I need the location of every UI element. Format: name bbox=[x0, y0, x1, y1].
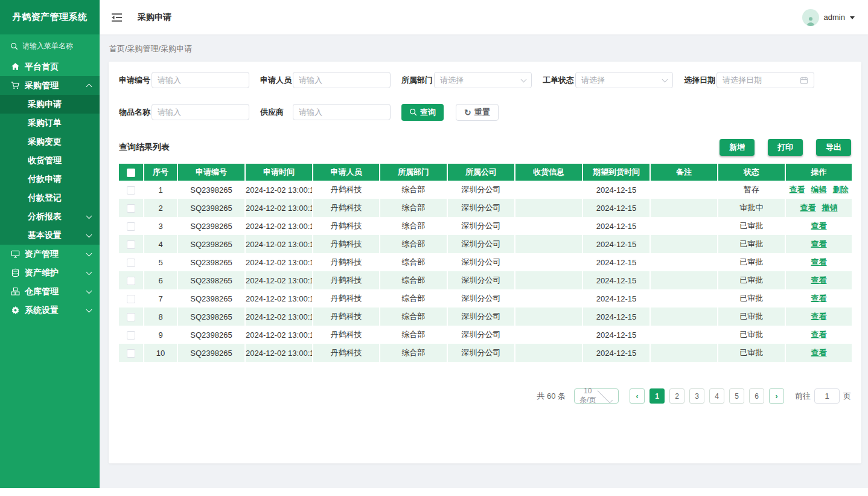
row-checkbox[interactable] bbox=[127, 204, 135, 213]
page-button-4[interactable]: 4 bbox=[709, 388, 724, 404]
page-button-2[interactable]: 2 bbox=[669, 388, 685, 404]
query-button[interactable]: 查询 bbox=[401, 104, 444, 121]
department-cell: 综合部 bbox=[380, 308, 447, 326]
filter-row-1: 申请编号申请人员所属部门请选择工单状态请选择选择日期请选择日期 bbox=[119, 72, 851, 88]
row-checkbox[interactable] bbox=[127, 349, 135, 358]
action-view-link[interactable]: 查看 bbox=[811, 294, 827, 303]
action-view-link[interactable]: 查看 bbox=[811, 348, 827, 357]
filter-input-applicant[interactable] bbox=[293, 72, 391, 88]
apply-time-cell: 2024-12-02 13:00:15 bbox=[245, 344, 313, 362]
sidebar-item-asset-maintenance[interactable]: 资产维护 bbox=[0, 263, 100, 282]
filter-input-apply-no[interactable] bbox=[152, 72, 249, 88]
sidebar-item-asset-management[interactable]: 资产管理 bbox=[0, 245, 100, 263]
sidebar-item-payment-register[interactable]: 付款登记 bbox=[0, 188, 100, 207]
sidebar-item-analysis-report[interactable]: 分析报表 bbox=[0, 207, 100, 226]
action-view-link[interactable]: 查看 bbox=[800, 203, 816, 212]
company-cell: 深圳分公司 bbox=[447, 217, 515, 235]
remark-cell bbox=[650, 289, 718, 308]
sidebar-item-receiving-management[interactable]: 收货管理 bbox=[0, 151, 100, 170]
remark-cell bbox=[650, 308, 718, 326]
receiving-info-cell bbox=[515, 271, 582, 289]
filter-input-supplier[interactable] bbox=[293, 104, 391, 120]
status-cell: 已审批 bbox=[718, 271, 785, 289]
company-cell: 深圳分公司 bbox=[447, 326, 515, 344]
collapse-sidebar-icon[interactable] bbox=[110, 12, 123, 23]
sidebar-search-placeholder: 请输入菜单名称 bbox=[22, 41, 73, 51]
page-button-1[interactable]: 1 bbox=[649, 388, 665, 404]
filter-input-item-name[interactable] bbox=[152, 104, 249, 120]
table-row: 6SQ23982652024-12-02 13:00:15丹鹤科技综合部深圳分公… bbox=[119, 271, 852, 289]
status-cell: 已审批 bbox=[718, 217, 785, 235]
row-checkbox[interactable] bbox=[127, 222, 135, 231]
column-header: 备注 bbox=[650, 164, 718, 181]
action-delete-link[interactable]: 删除 bbox=[833, 185, 849, 194]
add-button[interactable]: 新增 bbox=[720, 139, 755, 156]
page-size-select[interactable]: 10条/页 bbox=[574, 388, 619, 404]
sidebar-item-system-settings[interactable]: 系统设置 bbox=[0, 301, 100, 320]
status-cell: 已审批 bbox=[718, 308, 785, 326]
sidebar-item-label: 平台首页 bbox=[25, 62, 59, 72]
print-button[interactable]: 打印 bbox=[768, 139, 803, 156]
action-view-link[interactable]: 查看 bbox=[811, 221, 827, 230]
action-view-link[interactable]: 查看 bbox=[811, 312, 827, 321]
apply-time-cell: 2024-12-02 13:00:15 bbox=[245, 253, 313, 271]
receiving-info-cell bbox=[515, 253, 582, 271]
row-checkbox[interactable] bbox=[127, 259, 135, 267]
status-cell: 已审批 bbox=[718, 235, 785, 253]
chevron-down-icon bbox=[86, 213, 92, 219]
page-button-5[interactable]: 5 bbox=[729, 388, 744, 404]
row-checkbox[interactable] bbox=[127, 313, 135, 321]
home-icon bbox=[10, 62, 20, 72]
filter-date-date[interactable]: 请选择日期 bbox=[716, 72, 814, 88]
filter-field-date: 选择日期请选择日期 bbox=[684, 72, 814, 88]
sidebar-item-warehouse-management[interactable]: 仓库管理 bbox=[0, 282, 100, 301]
page-button-6[interactable]: 6 bbox=[749, 388, 764, 404]
checkbox-cell bbox=[119, 253, 144, 271]
sidebar-item-basic-settings[interactable]: 基本设置 bbox=[0, 226, 100, 245]
select-all-checkbox[interactable] bbox=[127, 169, 135, 177]
sidebar-item-purchase-apply[interactable]: 采购申请 bbox=[0, 95, 100, 114]
receiving-info-cell bbox=[515, 289, 582, 308]
row-checkbox[interactable] bbox=[127, 186, 135, 195]
page-title: 采购申请 bbox=[138, 12, 171, 23]
goto-page-input[interactable] bbox=[814, 388, 840, 404]
search-icon bbox=[10, 42, 18, 50]
receiving-info-cell bbox=[515, 181, 582, 199]
action-edit-link[interactable]: 编辑 bbox=[811, 185, 827, 194]
action-view-link[interactable]: 查看 bbox=[811, 275, 827, 285]
filter-row-2: 物品名称供应商 查询 ↻ 重置 bbox=[119, 104, 851, 120]
sidebar-item-platform-home[interactable]: 平台首页 bbox=[0, 57, 100, 76]
sidebar-menu-search[interactable]: 请输入菜单名称 bbox=[0, 34, 100, 57]
sidebar-item-purchase-order[interactable]: 采购订单 bbox=[0, 114, 100, 132]
sidebar-item-purchase-change[interactable]: 采购变更 bbox=[0, 132, 100, 151]
filter-select-order-status[interactable]: 请选择 bbox=[575, 72, 673, 88]
sidebar-item-purchase-management[interactable]: 采购管理 bbox=[0, 76, 100, 95]
page-button-3[interactable]: 3 bbox=[689, 388, 704, 404]
column-header: 序号 bbox=[144, 164, 177, 181]
status-cell: 审批中 bbox=[718, 199, 785, 217]
next-page-button[interactable]: › bbox=[769, 388, 784, 404]
remark-cell bbox=[650, 217, 718, 235]
select-all-header bbox=[119, 164, 144, 181]
reset-button[interactable]: ↻ 重置 bbox=[456, 104, 499, 121]
action-view-link[interactable]: 查看 bbox=[811, 330, 827, 339]
column-header: 操作 bbox=[785, 164, 852, 181]
action-view-link[interactable]: 查看 bbox=[811, 239, 827, 248]
sidebar-item-payment-apply[interactable]: 付款申请 bbox=[0, 170, 100, 188]
boxes-icon bbox=[10, 287, 20, 297]
row-checkbox[interactable] bbox=[127, 295, 135, 303]
row-checkbox[interactable] bbox=[127, 240, 135, 249]
sidebar-menu: 平台首页采购管理采购申请采购订单采购变更收货管理付款申请付款登记分析报表基本设置… bbox=[0, 57, 100, 320]
prev-page-button[interactable]: ‹ bbox=[630, 388, 645, 404]
filter-select-department[interactable]: 请选择 bbox=[434, 72, 532, 88]
action-revoke-link[interactable]: 撤销 bbox=[822, 203, 838, 212]
filter-label: 选择日期 bbox=[684, 75, 716, 86]
row-checkbox[interactable] bbox=[127, 331, 135, 340]
export-button[interactable]: 导出 bbox=[816, 139, 851, 156]
department-cell: 综合部 bbox=[380, 217, 447, 235]
user-menu[interactable]: admin bbox=[802, 9, 855, 26]
action-view-link[interactable]: 查看 bbox=[790, 185, 805, 194]
row-checkbox[interactable] bbox=[127, 277, 135, 285]
action-view-link[interactable]: 查看 bbox=[811, 257, 827, 266]
status-cell: 暂存 bbox=[718, 181, 785, 199]
